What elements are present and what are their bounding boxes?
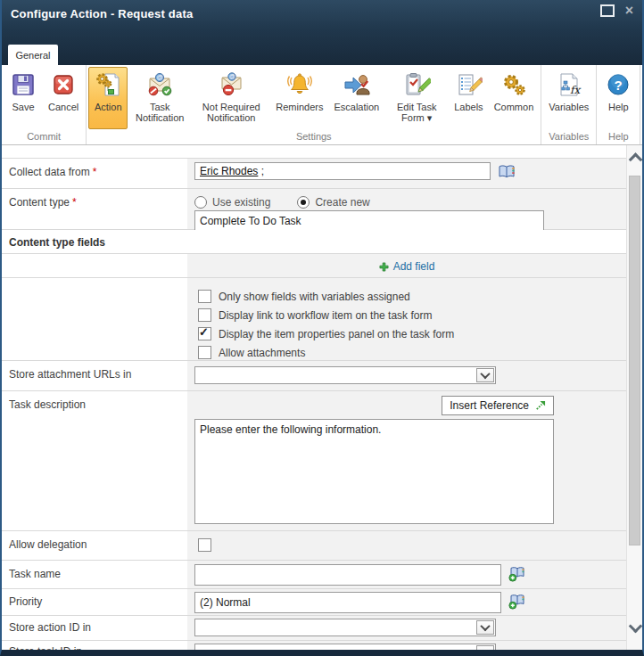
escalation-button[interactable]: Escalation: [328, 67, 384, 129]
maximize-icon[interactable]: [600, 4, 615, 17]
green-plus-icon: [379, 262, 389, 272]
insert-reference-button[interactable]: Insert Reference: [442, 396, 554, 415]
ribbon-group-commit: Save Cancel Commit: [2, 65, 87, 144]
ribbon-group-label-settings: Settings: [88, 129, 539, 144]
not-required-notification-button[interactable]: @ Not Required Notification: [192, 67, 270, 129]
gears-icon: [500, 70, 528, 99]
labels-button[interactable]: Labels: [449, 67, 488, 129]
use-existing-radio[interactable]: [194, 196, 207, 209]
variables-button-label: Variables: [549, 102, 589, 112]
variables-button[interactable]: fx Variables: [543, 67, 594, 129]
add-field-link-label: Add field: [393, 260, 435, 273]
checkbox-row: Display link to workflow item on the tas…: [198, 308, 619, 323]
close-icon[interactable]: ×: [625, 5, 633, 16]
common-button[interactable]: Common: [489, 67, 540, 129]
allow-attachments-checkbox[interactable]: [198, 346, 211, 359]
title-bar: Configure Action - Request data × Genera…: [2, 0, 642, 65]
row-priority: Priority: [2, 589, 626, 616]
row-content-type-fields: Content type fields: [2, 230, 626, 254]
store-task-id-select[interactable]: [194, 644, 496, 650]
help-button[interactable]: ? Help: [599, 67, 638, 129]
store-action-id-select[interactable]: [194, 619, 496, 636]
reminders-button-label: Reminders: [276, 102, 323, 112]
task-name-label: Task name: [2, 561, 187, 588]
allow-delegation-checkbox[interactable]: [198, 538, 211, 552]
ribbon-spacer: [640, 65, 642, 144]
insert-reference-button-label: Insert Reference: [450, 399, 529, 412]
task-description-textarea[interactable]: Please enter the following information.: [194, 419, 554, 524]
allow-attachments-checkbox-label: Allow attachments: [219, 347, 305, 359]
ribbon-group-settings: Action @ Task Notification: [87, 65, 541, 144]
action-button-label: Action: [95, 102, 122, 112]
cancel-button[interactable]: Cancel: [43, 67, 84, 129]
save-button-label: Save: [12, 102, 34, 112]
green-ne-arrow-icon: [534, 400, 546, 412]
display-item-properties-checkbox-label: Display the item properties panel on the…: [219, 328, 454, 340]
notepad-pencil-icon: [454, 70, 483, 99]
svg-text:@: @: [157, 74, 163, 80]
scroll-down-icon[interactable]: [631, 621, 640, 630]
book-plus-icon[interactable]: [508, 594, 526, 610]
chevron-down-icon[interactable]: [476, 645, 494, 650]
row-allow-delegation: Allow delegation: [2, 531, 626, 561]
collect-data-from-label: Collect data from*: [2, 159, 187, 188]
help-button-label: Help: [608, 102, 629, 112]
row-task-name: Task name: [2, 561, 626, 589]
use-existing-radio-label: Use existing: [212, 196, 270, 209]
chevron-down-icon[interactable]: [476, 368, 494, 382]
tab-general[interactable]: General: [8, 45, 58, 65]
svg-text:?: ?: [615, 78, 623, 93]
only-show-fields-checkbox[interactable]: [198, 290, 211, 303]
save-icon: [9, 70, 37, 99]
svg-text:@: @: [229, 73, 235, 79]
action-button[interactable]: Action: [88, 67, 128, 129]
ribbon-group-label-help: Help: [599, 129, 638, 144]
row-store-attachment-urls: Store attachment URLs in: [2, 361, 626, 391]
scroll-up-icon[interactable]: [631, 156, 640, 165]
dropdown-arrow-icon: ▾: [427, 112, 433, 123]
content-type-label: Content type*: [2, 189, 187, 229]
book-plus-icon[interactable]: [508, 566, 526, 582]
store-task-id-label: Store task ID in: [2, 641, 187, 650]
vertical-scrollbar[interactable]: [626, 145, 642, 650]
save-button[interactable]: Save: [4, 67, 43, 129]
envelope-at-icon: @: [145, 70, 174, 99]
labels-button-label: Labels: [454, 102, 483, 112]
content-type-name-input[interactable]: [194, 210, 544, 232]
collect-data-from-input[interactable]: Eric Rhodes ;: [194, 162, 491, 180]
task-notification-label: Task Notification: [133, 102, 186, 123]
envelope-minus-icon: @: [217, 70, 245, 99]
task-notification-button[interactable]: @ Task Notification: [128, 67, 192, 129]
display-item-properties-checkbox[interactable]: [198, 327, 211, 340]
content-type-fields-label: Content type fields: [9, 236, 105, 249]
task-name-input[interactable]: [194, 564, 501, 586]
required-marker: *: [72, 196, 77, 209]
allow-delegation-label: Allow delegation: [2, 531, 187, 560]
form-area: Collect data from* Eric Rhodes ; Content…: [2, 145, 626, 650]
window-title: Configure Action - Request data: [2, 0, 642, 20]
ribbon-group-label-variables: Variables: [543, 129, 594, 144]
reminders-button[interactable]: Reminders: [270, 67, 328, 129]
cancel-button-label: Cancel: [48, 102, 78, 112]
create-new-radio[interactable]: [297, 196, 310, 209]
ribbon-group-label-commit: Commit: [4, 129, 84, 144]
action-gears-icon: [94, 70, 122, 99]
address-book-icon[interactable]: [498, 164, 516, 180]
store-attachment-urls-select[interactable]: [194, 366, 496, 384]
checkbox-row: Only show fields with variables assigned: [198, 289, 619, 304]
store-attachment-urls-label: Store attachment URLs in: [2, 361, 187, 390]
chevron-down-icon[interactable]: [476, 620, 494, 635]
not-required-notification-label: Not Required Notification: [197, 102, 265, 123]
edit-task-form-button[interactable]: Edit Task Form ▾: [384, 67, 449, 129]
add-field-link[interactable]: Add field: [194, 258, 619, 275]
configure-action-dialog: Configure Action - Request data × Genera…: [0, 0, 644, 656]
ribbon-group-help: ? Help Help: [597, 65, 640, 144]
store-action-id-label: Store action ID in: [2, 616, 187, 640]
row-task-description: Task description Insert Reference Please…: [2, 391, 626, 531]
priority-input[interactable]: [194, 592, 501, 613]
row-add-field: Add field: [2, 254, 626, 278]
common-button-label: Common: [494, 102, 534, 112]
scrollbar-thumb[interactable]: [629, 176, 640, 545]
row-store-action-id: Store action ID in: [2, 616, 626, 641]
display-link-checkbox[interactable]: [198, 308, 211, 322]
